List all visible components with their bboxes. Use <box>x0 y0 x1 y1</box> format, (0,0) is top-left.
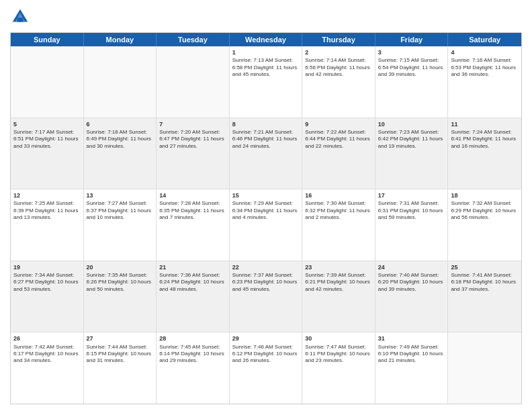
header-day-saturday: Saturday <box>448 33 521 46</box>
calendar-cell: 7Sunrise: 7:20 AM Sunset: 6:47 PM Daylig… <box>157 118 230 189</box>
calendar-cell: 5Sunrise: 7:17 AM Sunset: 6:51 PM Daylig… <box>11 118 84 189</box>
calendar: SundayMondayTuesdayWednesdayThursdayFrid… <box>10 32 522 404</box>
day-number: 3 <box>378 48 445 56</box>
cell-info: Sunrise: 7:41 AM Sunset: 6:18 PM Dayligh… <box>451 272 519 293</box>
cell-info: Sunrise: 7:39 AM Sunset: 6:21 PM Dayligh… <box>305 272 372 293</box>
calendar-cell: 8Sunrise: 7:21 AM Sunset: 6:46 PM Daylig… <box>230 118 303 189</box>
calendar-row-4: 26Sunrise: 7:42 AM Sunset: 6:17 PM Dayli… <box>11 332 521 404</box>
day-number: 18 <box>451 191 519 199</box>
calendar-cell: 4Sunrise: 7:16 AM Sunset: 6:53 PM Daylig… <box>448 46 521 118</box>
cell-info: Sunrise: 7:44 AM Sunset: 6:15 PM Dayligh… <box>87 344 154 365</box>
calendar-cell: 13Sunrise: 7:27 AM Sunset: 6:37 PM Dayli… <box>84 189 157 261</box>
calendar-cell <box>11 46 84 118</box>
calendar-cell: 28Sunrise: 7:45 AM Sunset: 6:14 PM Dayli… <box>157 332 230 404</box>
calendar-cell: 1Sunrise: 7:13 AM Sunset: 6:58 PM Daylig… <box>230 46 303 118</box>
cell-info: Sunrise: 7:25 AM Sunset: 6:39 PM Dayligh… <box>13 200 81 221</box>
calendar-cell: 3Sunrise: 7:15 AM Sunset: 6:54 PM Daylig… <box>375 46 449 118</box>
day-number: 12 <box>13 191 81 199</box>
header-day-friday: Friday <box>375 33 449 46</box>
cell-info: Sunrise: 7:35 AM Sunset: 6:26 PM Dayligh… <box>87 272 154 293</box>
calendar-cell <box>157 46 230 118</box>
day-number: 16 <box>305 191 372 199</box>
cell-info: Sunrise: 7:47 AM Sunset: 6:11 PM Dayligh… <box>305 344 372 365</box>
calendar-cell: 2Sunrise: 7:14 AM Sunset: 6:56 PM Daylig… <box>302 46 375 118</box>
cell-info: Sunrise: 7:22 AM Sunset: 6:44 PM Dayligh… <box>305 129 372 150</box>
calendar-cell: 10Sunrise: 7:23 AM Sunset: 6:42 PM Dayli… <box>375 118 449 189</box>
calendar-cell: 21Sunrise: 7:36 AM Sunset: 6:24 PM Dayli… <box>157 261 230 332</box>
day-number: 13 <box>87 191 154 199</box>
calendar-cell: 11Sunrise: 7:24 AM Sunset: 6:41 PM Dayli… <box>448 118 521 189</box>
cell-info: Sunrise: 7:32 AM Sunset: 6:29 PM Dayligh… <box>451 200 519 221</box>
day-number: 30 <box>305 334 372 342</box>
calendar-cell: 17Sunrise: 7:31 AM Sunset: 6:31 PM Dayli… <box>375 189 449 261</box>
cell-info: Sunrise: 7:18 AM Sunset: 6:49 PM Dayligh… <box>87 129 154 150</box>
calendar-cell: 9Sunrise: 7:22 AM Sunset: 6:44 PM Daylig… <box>302 118 375 189</box>
calendar-header: SundayMondayTuesdayWednesdayThursdayFrid… <box>11 33 521 46</box>
svg-rect-2 <box>17 18 24 22</box>
calendar-row-2: 12Sunrise: 7:25 AM Sunset: 6:39 PM Dayli… <box>11 189 521 261</box>
calendar-cell: 25Sunrise: 7:41 AM Sunset: 6:18 PM Dayli… <box>448 261 521 332</box>
calendar-cell: 24Sunrise: 7:40 AM Sunset: 6:20 PM Dayli… <box>375 261 449 332</box>
cell-info: Sunrise: 7:46 AM Sunset: 6:12 PM Dayligh… <box>232 344 300 365</box>
calendar-row-0: 1Sunrise: 7:13 AM Sunset: 6:58 PM Daylig… <box>11 46 521 118</box>
day-number: 22 <box>232 263 300 271</box>
calendar-cell: 23Sunrise: 7:39 AM Sunset: 6:21 PM Dayli… <box>302 261 375 332</box>
cell-info: Sunrise: 7:27 AM Sunset: 6:37 PM Dayligh… <box>87 200 154 221</box>
calendar-cell: 20Sunrise: 7:35 AM Sunset: 6:26 PM Dayli… <box>84 261 157 332</box>
day-number: 5 <box>13 120 81 128</box>
day-number: 2 <box>305 48 372 56</box>
calendar-cell: 22Sunrise: 7:37 AM Sunset: 6:23 PM Dayli… <box>230 261 303 332</box>
calendar-cell: 31Sunrise: 7:49 AM Sunset: 6:10 PM Dayli… <box>375 332 449 404</box>
logo <box>10 7 33 27</box>
calendar-cell: 14Sunrise: 7:28 AM Sunset: 6:35 PM Dayli… <box>157 189 230 261</box>
page: SundayMondayTuesdayWednesdayThursdayFrid… <box>0 0 532 411</box>
cell-info: Sunrise: 7:16 AM Sunset: 6:53 PM Dayligh… <box>451 57 519 78</box>
header-day-sunday: Sunday <box>11 33 84 46</box>
day-number: 10 <box>378 120 445 128</box>
calendar-cell: 26Sunrise: 7:42 AM Sunset: 6:17 PM Dayli… <box>11 332 84 404</box>
cell-info: Sunrise: 7:34 AM Sunset: 6:27 PM Dayligh… <box>13 272 81 293</box>
day-number: 9 <box>305 120 372 128</box>
cell-info: Sunrise: 7:31 AM Sunset: 6:31 PM Dayligh… <box>378 200 445 221</box>
day-number: 6 <box>87 120 154 128</box>
cell-info: Sunrise: 7:36 AM Sunset: 6:24 PM Dayligh… <box>159 272 226 293</box>
cell-info: Sunrise: 7:20 AM Sunset: 6:47 PM Dayligh… <box>159 129 226 150</box>
cell-info: Sunrise: 7:24 AM Sunset: 6:41 PM Dayligh… <box>451 129 519 150</box>
day-number: 29 <box>232 334 300 342</box>
calendar-cell: 30Sunrise: 7:47 AM Sunset: 6:11 PM Dayli… <box>302 332 375 404</box>
day-number: 1 <box>232 48 300 56</box>
day-number: 15 <box>232 191 300 199</box>
day-number: 8 <box>232 120 300 128</box>
day-number: 20 <box>87 263 154 271</box>
day-number: 19 <box>13 263 81 271</box>
header-day-monday: Monday <box>84 33 157 46</box>
calendar-body: 1Sunrise: 7:13 AM Sunset: 6:58 PM Daylig… <box>11 46 521 404</box>
cell-info: Sunrise: 7:40 AM Sunset: 6:20 PM Dayligh… <box>378 272 445 293</box>
day-number: 21 <box>159 263 226 271</box>
logo-icon <box>10 7 30 27</box>
calendar-cell: 16Sunrise: 7:30 AM Sunset: 6:32 PM Dayli… <box>302 189 375 261</box>
cell-info: Sunrise: 7:28 AM Sunset: 6:35 PM Dayligh… <box>159 200 226 221</box>
cell-info: Sunrise: 7:17 AM Sunset: 6:51 PM Dayligh… <box>13 129 81 150</box>
cell-info: Sunrise: 7:15 AM Sunset: 6:54 PM Dayligh… <box>378 57 445 78</box>
cell-info: Sunrise: 7:21 AM Sunset: 6:46 PM Dayligh… <box>232 129 300 150</box>
calendar-cell: 19Sunrise: 7:34 AM Sunset: 6:27 PM Dayli… <box>11 261 84 332</box>
calendar-cell <box>448 332 521 404</box>
day-number: 23 <box>305 263 372 271</box>
calendar-cell: 6Sunrise: 7:18 AM Sunset: 6:49 PM Daylig… <box>84 118 157 189</box>
day-number: 17 <box>378 191 445 199</box>
day-number: 24 <box>378 263 445 271</box>
cell-info: Sunrise: 7:45 AM Sunset: 6:14 PM Dayligh… <box>159 344 226 365</box>
day-number: 11 <box>451 120 519 128</box>
cell-info: Sunrise: 7:49 AM Sunset: 6:10 PM Dayligh… <box>378 344 445 365</box>
cell-info: Sunrise: 7:23 AM Sunset: 6:42 PM Dayligh… <box>378 129 445 150</box>
cell-info: Sunrise: 7:30 AM Sunset: 6:32 PM Dayligh… <box>305 200 372 221</box>
cell-info: Sunrise: 7:14 AM Sunset: 6:56 PM Dayligh… <box>305 57 372 78</box>
day-number: 28 <box>159 334 226 342</box>
calendar-cell: 15Sunrise: 7:29 AM Sunset: 6:34 PM Dayli… <box>230 189 303 261</box>
day-number: 25 <box>451 263 519 271</box>
calendar-cell: 18Sunrise: 7:32 AM Sunset: 6:29 PM Dayli… <box>448 189 521 261</box>
cell-info: Sunrise: 7:29 AM Sunset: 6:34 PM Dayligh… <box>232 200 300 221</box>
calendar-cell: 12Sunrise: 7:25 AM Sunset: 6:39 PM Dayli… <box>11 189 84 261</box>
header-day-tuesday: Tuesday <box>157 33 230 46</box>
